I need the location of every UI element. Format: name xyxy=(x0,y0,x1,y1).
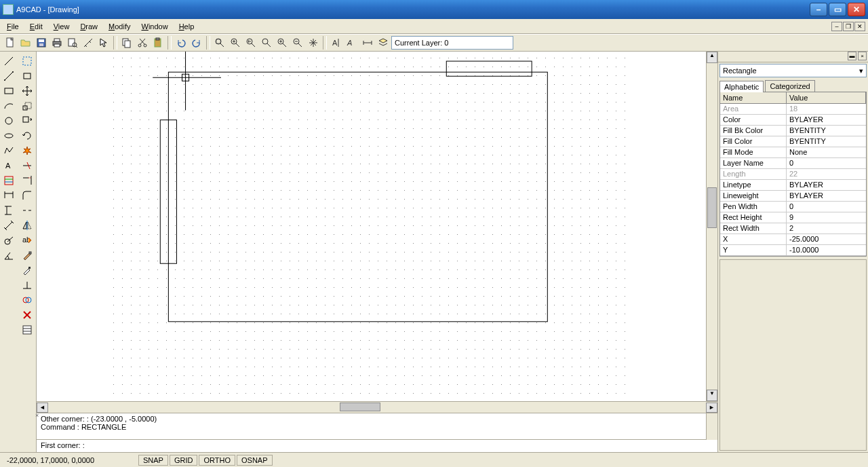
dim-linear-tool[interactable] xyxy=(1,189,16,202)
canvas-vscrollbar[interactable]: ▲ ▼ xyxy=(706,52,717,401)
props-header-value[interactable]: Value xyxy=(787,92,866,103)
point-tool[interactable] xyxy=(1,54,16,68)
prop-value[interactable]: None xyxy=(787,147,866,157)
prop-row[interactable]: Pen Width0 xyxy=(720,202,866,212)
dim-aligned-tool[interactable] xyxy=(1,219,16,232)
polyline-tool[interactable] xyxy=(1,144,16,157)
dim-style-button[interactable] xyxy=(360,35,375,50)
prop-value[interactable]: BYLAYER xyxy=(787,180,866,190)
zoom-in-button[interactable] xyxy=(275,35,290,50)
maximize-button[interactable]: ▭ xyxy=(829,3,846,16)
perpendicular-tool[interactable] xyxy=(20,278,35,292)
menu-draw[interactable]: Draw xyxy=(75,21,103,32)
tab-alphabetic[interactable]: Alphabetic xyxy=(719,81,764,92)
zoom-out-button[interactable] xyxy=(290,35,305,50)
dim-vertical-tool[interactable] xyxy=(1,204,16,217)
prop-value[interactable]: -10.0000 xyxy=(787,245,866,255)
prop-value[interactable]: 2 xyxy=(787,223,866,234)
prop-value[interactable]: BYENTITY xyxy=(787,136,866,147)
prop-row[interactable]: Y-10.0000 xyxy=(720,245,866,256)
scale-tool[interactable] xyxy=(20,99,35,113)
prop-row[interactable]: Fill Bk ColorBYENTITY xyxy=(720,126,866,136)
current-layer-box[interactable]: Current Layer: 0 xyxy=(391,36,513,50)
menu-modify[interactable]: Modify xyxy=(103,21,136,32)
fillet-tool[interactable] xyxy=(20,189,35,202)
mdi-minimize-button[interactable]: – xyxy=(831,22,842,31)
break-tool[interactable] xyxy=(20,204,35,217)
select-button[interactable] xyxy=(96,35,111,50)
pan-button[interactable] xyxy=(306,35,321,50)
paste-button[interactable] xyxy=(151,35,165,50)
prop-row[interactable]: Layer Name0 xyxy=(720,158,866,169)
ortho-toggle[interactable]: ORTHO xyxy=(199,455,235,466)
prop-value[interactable]: 22 xyxy=(787,169,866,179)
entity-type-combo[interactable]: Rectangle ▾ xyxy=(719,64,867,77)
prop-value[interactable]: -25.0000 xyxy=(787,234,866,244)
minimize-button[interactable]: – xyxy=(810,3,827,16)
prop-row[interactable]: X-25.0000 xyxy=(720,234,866,245)
prop-row[interactable]: Fill ColorBYENTITY xyxy=(720,136,866,147)
delete-tool[interactable] xyxy=(20,308,35,322)
snap-toggle[interactable]: SNAP xyxy=(138,455,168,466)
drawing-canvas[interactable] xyxy=(37,52,706,401)
ellipse-tool[interactable] xyxy=(1,129,16,143)
prop-row[interactable]: LinetypeBYLAYER xyxy=(720,180,866,191)
layers-button[interactable] xyxy=(376,35,391,50)
copy-button[interactable] xyxy=(119,35,134,50)
open-button[interactable] xyxy=(18,35,33,50)
print-preview-button[interactable] xyxy=(65,35,80,50)
measure-button[interactable] xyxy=(81,35,96,50)
circle-tool[interactable] xyxy=(1,114,16,128)
prop-row[interactable]: ColorBYLAYER xyxy=(720,115,866,126)
mirror-tool[interactable] xyxy=(20,219,35,232)
prop-row[interactable]: Rect Height9 xyxy=(720,212,866,223)
prop-row[interactable]: LineweightBYLAYER xyxy=(720,191,866,202)
font-button[interactable]: A xyxy=(344,35,359,50)
eyedropper-tool[interactable] xyxy=(20,263,35,277)
prop-row[interactable]: Fill ModeNone xyxy=(720,147,866,158)
region-tool[interactable] xyxy=(20,293,35,307)
zoom-previous-button[interactable] xyxy=(243,35,258,50)
dim-radius-tool[interactable] xyxy=(1,234,16,247)
hscroll-right-arrow[interactable]: ► xyxy=(706,403,717,413)
command-close-icon[interactable]: × xyxy=(35,412,42,419)
arc-tool[interactable] xyxy=(1,99,16,113)
prop-value[interactable]: 0 xyxy=(787,158,866,168)
explode-tool[interactable] xyxy=(20,144,35,157)
selection-window-tool[interactable] xyxy=(20,54,35,68)
move-tool[interactable] xyxy=(20,84,35,98)
zoom-extents-button[interactable] xyxy=(228,35,243,50)
rect-fill-tool[interactable] xyxy=(20,69,35,83)
prop-value[interactable]: 0 xyxy=(787,202,866,212)
close-button[interactable]: ✕ xyxy=(848,3,865,16)
text-tool[interactable]: A xyxy=(1,159,16,172)
zoom-realtime-button[interactable] xyxy=(259,35,274,50)
grid-toggle[interactable]: GRID xyxy=(170,455,198,466)
prop-value[interactable]: 18 xyxy=(787,104,866,114)
menu-edit[interactable]: Edit xyxy=(24,21,48,32)
prop-value[interactable]: BYENTITY xyxy=(787,126,866,136)
trim-tool[interactable] xyxy=(20,159,35,172)
prop-row[interactable]: Rect Width2 xyxy=(720,223,866,234)
text-style-button[interactable]: A xyxy=(329,35,344,50)
cut-button[interactable] xyxy=(135,35,150,50)
rotate-tool[interactable] xyxy=(20,129,35,143)
menu-help[interactable]: Help xyxy=(174,21,200,32)
prop-row[interactable]: Length22 xyxy=(720,169,866,180)
new-button[interactable] xyxy=(3,35,18,50)
edit-text-tool[interactable]: ab xyxy=(20,234,35,247)
zoom-window-button[interactable] xyxy=(212,35,227,50)
tab-categorized[interactable]: Categorized xyxy=(765,80,814,92)
properties-tool[interactable] xyxy=(20,323,35,337)
dim-angle-tool[interactable] xyxy=(1,248,16,262)
command-input[interactable]: First corner: : xyxy=(37,440,717,452)
menu-view[interactable]: View xyxy=(48,21,75,32)
hatch-tool[interactable] xyxy=(1,174,16,187)
prop-value[interactable]: 9 xyxy=(787,212,866,223)
menu-file[interactable]: File xyxy=(1,21,24,32)
props-header-name[interactable]: Name xyxy=(720,92,787,103)
undo-button[interactable] xyxy=(174,35,189,50)
redo-button[interactable] xyxy=(189,35,204,50)
menu-window[interactable]: Window xyxy=(136,21,173,32)
extend-tool[interactable] xyxy=(20,174,35,187)
